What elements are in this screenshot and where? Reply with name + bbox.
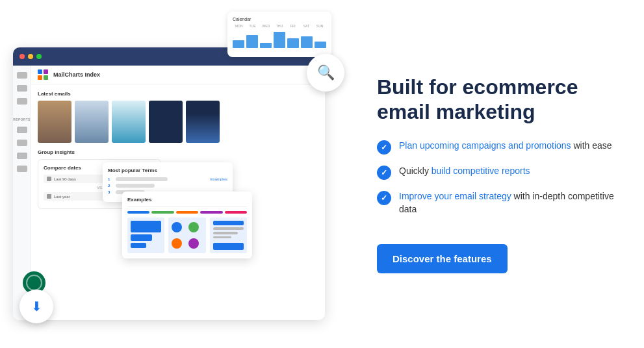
group-insights-area: Group insights Compare dates Last 90 day… bbox=[38, 149, 318, 209]
nav-icon-plus[interactable] bbox=[17, 98, 27, 105]
checkmark-3: ✓ bbox=[381, 193, 387, 203]
nav-icon-report1[interactable] bbox=[17, 127, 27, 133]
app-window: REPORTS bbox=[13, 47, 325, 320]
search-button[interactable]: 🔍 bbox=[307, 54, 344, 92]
minimize-dot bbox=[28, 54, 33, 59]
examples-divider bbox=[127, 206, 247, 207]
popular-term-1: 1 Examples bbox=[108, 177, 227, 181]
app-title: MailCharts Index bbox=[53, 71, 100, 78]
discover-features-button[interactable]: Discover the features bbox=[377, 244, 508, 273]
popular-term-2: 2 bbox=[108, 184, 227, 188]
calendar-days: MON TUE WED THU FRI SAT SUN bbox=[233, 24, 326, 28]
calendar-bars bbox=[233, 30, 326, 48]
latest-emails-title: Latest emails bbox=[38, 91, 318, 97]
nav-icon-mail[interactable] bbox=[17, 85, 27, 92]
email-thumb-3[interactable] bbox=[112, 101, 146, 143]
right-panel: Built for ecommerce email marketing ✓ Pl… bbox=[351, 62, 618, 287]
email-thumb-4[interactable] bbox=[149, 101, 183, 143]
calendar-icon-1 bbox=[47, 177, 51, 181]
examples-card-title: Examples bbox=[127, 197, 247, 203]
nav-icon-report2[interactable] bbox=[17, 140, 27, 146]
examples-link-1[interactable]: Examples bbox=[211, 177, 227, 181]
last-year-label: Last year bbox=[54, 195, 70, 199]
app-logo bbox=[38, 69, 48, 80]
examples-templates bbox=[127, 218, 247, 253]
email-thumbnails bbox=[38, 101, 318, 143]
nav-icon-report4[interactable] bbox=[17, 166, 27, 172]
main-container: Calendar MON TUE WED THU FRI SAT SUN bbox=[0, 0, 644, 348]
check-circle-1: ✓ bbox=[377, 140, 391, 155]
maximize-dot bbox=[36, 54, 42, 59]
email-thumb-5[interactable] bbox=[186, 101, 220, 143]
examples-color-bars bbox=[127, 211, 247, 214]
reports-label: REPORTS bbox=[13, 118, 30, 121]
checkmark-1: ✓ bbox=[381, 143, 387, 152]
content-column: MailCharts Index Latest emails bbox=[31, 66, 325, 320]
window-content: REPORTS bbox=[13, 66, 325, 320]
features-list: ✓ Plan upcoming campaigns and promotions… bbox=[377, 140, 618, 226]
feature-text-1: Plan upcoming campaigns and promotions w… bbox=[399, 140, 612, 153]
feature-item-3: ✓ Improve your email strategy with in-de… bbox=[377, 190, 618, 216]
popular-terms-title: Most popular Terms bbox=[108, 168, 227, 173]
checkmark-2: ✓ bbox=[381, 168, 387, 177]
feature-text-2: Quickly build competitive reports bbox=[399, 165, 530, 178]
template-3 bbox=[210, 218, 247, 253]
top-nav-bar: MailCharts Index bbox=[31, 66, 325, 84]
search-icon: 🔍 bbox=[317, 64, 335, 81]
hero-title: Built for ecommerce email marketing bbox=[377, 75, 618, 125]
left-panel: Calendar MON TUE WED THU FRI SAT SUN bbox=[13, 12, 351, 336]
calendar-widget: Calendar MON TUE WED THU FRI SAT SUN bbox=[227, 12, 331, 57]
feature-text-3: Improve your email strategy with in-dept… bbox=[399, 190, 618, 216]
calendar-title: Calendar bbox=[233, 17, 326, 21]
main-content-area: Latest emails Group insights bbox=[31, 84, 325, 320]
close-dot bbox=[19, 54, 25, 59]
download-icon: ⬇ bbox=[31, 299, 42, 314]
last-90-days-label: Last 90 days bbox=[54, 177, 76, 181]
template-1 bbox=[127, 218, 164, 253]
email-thumb-2[interactable] bbox=[75, 101, 109, 143]
nav-icon-report3[interactable] bbox=[17, 153, 27, 159]
feature-item-1: ✓ Plan upcoming campaigns and promotions… bbox=[377, 140, 618, 155]
feature-item-2: ✓ Quickly build competitive reports bbox=[377, 165, 618, 180]
examples-card: Examples bbox=[122, 192, 252, 258]
email-thumb-1[interactable] bbox=[38, 101, 71, 143]
group-insights-title: Group insights bbox=[38, 149, 318, 155]
template-2 bbox=[168, 218, 205, 253]
check-circle-3: ✓ bbox=[377, 191, 391, 205]
nav-icon-grid[interactable] bbox=[17, 72, 27, 79]
check-circle-2: ✓ bbox=[377, 166, 391, 180]
calendar-icon-2 bbox=[47, 194, 51, 199]
download-button[interactable]: ⬇ bbox=[19, 290, 53, 323]
